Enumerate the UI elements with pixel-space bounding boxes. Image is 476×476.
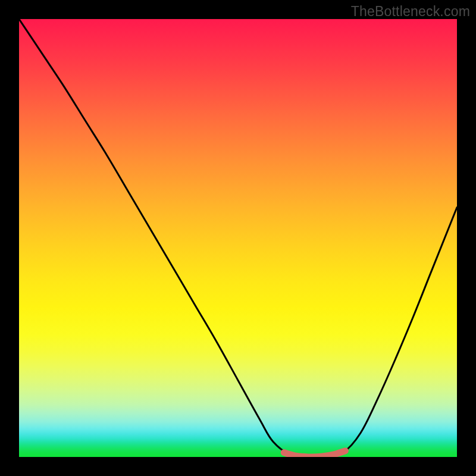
- chart-frame: TheBottleneck.com: [0, 0, 476, 476]
- curve-layer: [19, 19, 457, 457]
- watermark-text: TheBottleneck.com: [351, 4, 470, 20]
- valley-highlight: [284, 451, 345, 457]
- bottleneck-curve: [19, 19, 457, 457]
- plot-area: [19, 19, 457, 457]
